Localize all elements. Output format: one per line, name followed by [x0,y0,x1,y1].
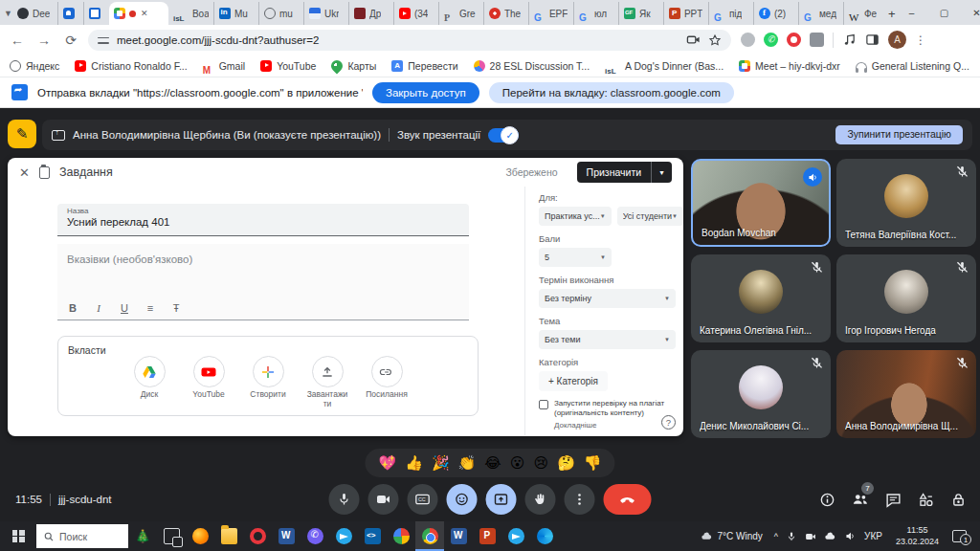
browser-tab[interactable]: mu [258,2,303,25]
instructions-field[interactable]: Вказівки (необов'язково) B I U ≡ Ŧ [57,244,469,320]
chrome-icon[interactable] [415,521,444,551]
mic-button[interactable] [329,484,360,515]
code-app-icon[interactable] [358,521,387,551]
attach-link[interactable]: Посилання [362,356,412,409]
powerpoint-icon[interactable] [473,521,501,551]
browser-tab-active-meet[interactable]: ✕ [109,2,168,25]
telegram-icon[interactable] [329,521,358,551]
firefox-icon[interactable] [186,521,214,551]
host-controls-icon[interactable] [950,492,967,508]
chat-icon[interactable] [885,492,902,508]
assign-button[interactable]: Призначити [577,162,651,183]
browser-tab[interactable]: під [708,2,753,25]
raise-hand-button[interactable] [525,484,556,515]
bold-icon[interactable]: B [67,302,78,314]
attach-upload[interactable]: Завантажити [302,356,352,409]
new-tab-button[interactable]: + [888,2,896,25]
browser-menu-icon[interactable]: ⋮ [915,33,926,47]
reaction-party[interactable]: 🎉 [432,454,450,472]
reaction-thumbs-down[interactable]: 👎 [584,454,602,472]
list-icon[interactable]: ≡ [145,302,156,314]
present-button[interactable] [486,484,517,515]
photos-icon[interactable] [387,521,415,551]
assign-dropdown-icon[interactable]: ▼ [651,162,672,183]
end-call-button[interactable] [604,484,652,515]
viber-icon[interactable] [301,521,329,551]
browser-tab[interactable]: Як [618,2,663,25]
browser-tab[interactable]: юл [573,2,618,25]
extension-icon[interactable] [741,33,755,47]
participant-tile[interactable]: Ігор Ігорович Негода [836,254,976,342]
underline-icon[interactable]: U [119,302,130,314]
help-icon[interactable]: ? [661,415,676,430]
red-extension-icon[interactable] [787,33,801,47]
browser-tab[interactable]: Ukr [303,2,348,25]
bookmark[interactable]: Яндекс [10,60,59,72]
task-view-icon[interactable] [157,521,186,551]
browser-tab[interactable]: мед [798,2,843,25]
participant-tile[interactable]: Денис Миколайович Сі... [691,350,831,438]
volume-icon[interactable] [844,530,857,542]
clock-date[interactable]: 11:55 23.02.2024 [896,525,939,547]
upload-icon[interactable] [312,356,344,387]
reaction-surprise[interactable]: 😮 [510,454,525,472]
create-plus-icon[interactable] [253,356,284,387]
tab-search-chevron-icon[interactable]: ▼ [4,4,12,23]
tray-camera-icon[interactable] [805,531,816,542]
close-icon[interactable]: ✕ [19,165,30,180]
bookmark[interactable]: Cristiano Ronaldo F... [75,60,187,72]
attach-youtube[interactable]: YouTube [184,356,234,409]
browser-tab[interactable]: Dee [12,2,57,25]
reaction-thumbs-up[interactable]: 👍 [405,454,423,472]
browser-tab[interactable]: Boa [168,2,213,25]
stop-sharing-button[interactable]: Закрыть доступ [372,82,479,103]
browser-tab[interactable] [83,2,109,25]
onedrive-cloud-icon[interactable] [824,530,836,542]
browser-tab[interactable]: PPT [663,2,708,25]
tab-close-icon[interactable]: ✕ [141,9,148,18]
url-bar[interactable]: meet.google.com/jjj-scdu-dnt?authuser=2 [88,30,731,51]
browser-tab[interactable]: Др [348,2,393,25]
points-select[interactable]: 5▼ [539,248,612,267]
browser-tab[interactable]: EPF [528,2,573,25]
minimize-button[interactable]: – [896,0,928,25]
reload-icon[interactable]: ⟳ [61,33,80,48]
bookmark[interactable]: YouTube [260,60,316,72]
opera-icon[interactable] [243,521,272,551]
word-icon[interactable] [444,521,473,551]
bookmark[interactable]: 28 ESL Discussion T... [474,60,590,72]
browser-tab[interactable]: Фе [843,2,888,25]
browser-tab[interactable] [57,2,83,25]
media-controls-icon[interactable] [842,33,857,47]
tray-chevron-icon[interactable]: ^ [774,532,778,541]
bookmark[interactable]: Карты [331,60,376,72]
topic-select[interactable]: Без теми▼ [539,330,676,349]
reaction-heart[interactable]: 💖 [378,454,396,472]
bookmark[interactable]: General Listening Q... [856,60,969,72]
weather-widget[interactable]: 7°C Windy [701,530,763,542]
tab-capture-icon[interactable] [686,33,701,47]
forward-icon[interactable]: → [34,33,54,48]
annotation-pen-icon[interactable]: ✎ [8,120,36,148]
reaction-cry[interactable]: 😢 [533,454,548,472]
reaction-joy[interactable]: 😂 [484,454,501,472]
bookmark-star-icon[interactable] [708,33,722,47]
extension-icon[interactable] [810,33,824,47]
browser-tab[interactable]: (2) [753,2,798,25]
back-icon[interactable]: ← [8,33,27,48]
people-button[interactable]: 7 [852,491,869,508]
participant-tile-video[interactable]: Bogdan Movchan [691,159,831,247]
reactions-button[interactable] [447,484,478,515]
youtube-icon[interactable] [193,356,225,387]
tray-mic-icon[interactable] [786,531,797,542]
reaction-clap[interactable]: 👏 [458,454,477,472]
site-settings-icon[interactable] [98,35,109,45]
more-options-button[interactable] [565,484,595,515]
clear-format-icon[interactable]: Ŧ [170,302,182,314]
taskbar-search[interactable]: Поиск [36,524,128,548]
activities-icon[interactable] [918,492,934,508]
bookmark[interactable]: Gmail [203,60,245,72]
bookmark[interactable]: A Dog's Dinner (Bas... [605,60,724,72]
students-select[interactable]: Усі студенти▼ [617,207,683,226]
language-indicator[interactable]: УКР [864,531,882,541]
